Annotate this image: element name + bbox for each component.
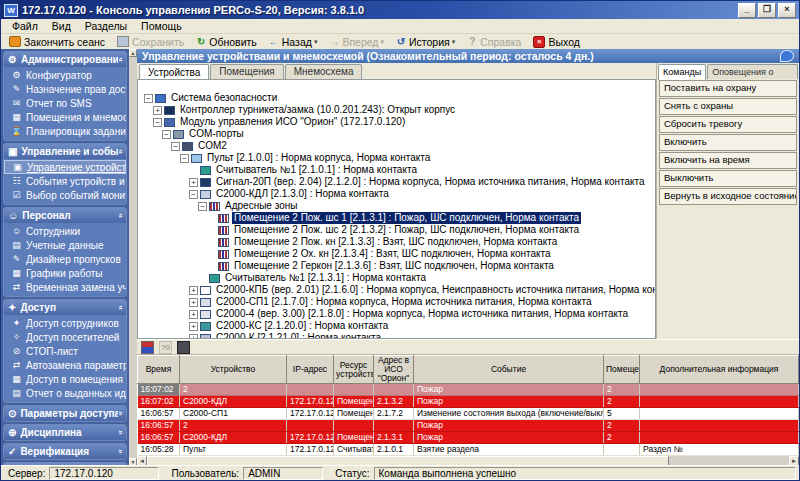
sidebar-item-monitoring-events-selection[interactable]: ☑Выбор событий мониторинга xyxy=(4,188,126,202)
tab-commands[interactable]: Команды xyxy=(658,64,706,80)
menu-view[interactable]: Вид xyxy=(45,20,78,32)
column-header[interactable]: Помещение xyxy=(604,356,640,384)
arm-button[interactable]: Поставить на охрану xyxy=(659,80,797,97)
scroll-up-icon[interactable]: ▲ xyxy=(129,49,137,57)
close-button[interactable]: × xyxy=(778,3,796,18)
expand-icon[interactable]: + xyxy=(189,334,198,340)
chevron-up-icon[interactable]: » xyxy=(115,57,124,61)
turn-on-button[interactable]: Включить xyxy=(659,134,797,151)
event-row[interactable]: 16:05:28Пульт172.17.0.120Считыватель N2.… xyxy=(138,444,799,456)
tree-item[interactable]: −Пульт [2.1.0.0] : Норма корпуса, Норма … xyxy=(138,152,655,164)
section-verification-header[interactable]: ✓Верификация» xyxy=(4,444,126,459)
section-personnel-header[interactable]: ☺Персонал» xyxy=(4,208,126,223)
tree-item[interactable]: Помещение 2 Пож. шс 1 [2.1.3.1] : Пожар,… xyxy=(138,212,655,224)
tree-item[interactable]: −Система безопасности xyxy=(138,92,655,104)
event-row[interactable]: 16:06:572Пожар2 xyxy=(138,420,799,432)
column-header[interactable]: Адрес в ИСО "Орион" xyxy=(374,356,414,384)
column-header[interactable]: Дополнительная информация xyxy=(640,356,799,384)
tree-item[interactable]: +С2000-КС [2.1.20.0] : Норма контакта xyxy=(138,320,655,332)
section-discipline-header[interactable]: ⊕Дисциплина» xyxy=(4,425,126,440)
maximize-button[interactable]: ❐ xyxy=(758,3,776,18)
sidebar-item-device-management[interactable]: ▣Управление устройствами и... xyxy=(4,160,126,174)
menu-help[interactable]: Помощь xyxy=(134,20,189,32)
tab-event-notifications[interactable]: Оповещения о событиях xyxy=(707,64,798,79)
tree-item[interactable]: −Адресные зоны xyxy=(138,200,655,212)
sidebar-item-room-access[interactable]: ▦Доступ в помещения xyxy=(4,372,126,386)
chevron-up-icon[interactable]: » xyxy=(115,213,124,217)
turn-on-timed-button[interactable]: Включить на время xyxy=(659,152,797,169)
collapse-icon[interactable]: − xyxy=(189,190,198,199)
event-row[interactable]: 16:07:02С2000-КДЛ172.17.0.120Помещение 2… xyxy=(138,396,799,408)
event-row[interactable]: 16:07:022Пожар2 xyxy=(138,384,799,396)
exit-button[interactable]: ×Выход xyxy=(527,35,585,49)
tree-item[interactable]: Помещение 2 Пож. кн [2.1.3.3] : Взят, ШС… xyxy=(138,236,655,248)
event-row[interactable]: 16:06:57С2000-КДЛ172.17.0.120Помещение 2… xyxy=(138,432,799,444)
flag-icon[interactable] xyxy=(141,341,154,354)
sidebar-item-badge-designer[interactable]: ✎Дизайнер пропусков xyxy=(4,252,126,266)
tree-item[interactable]: +С2000-КПБ (вер. 2.01) [2.1.6.0] : Норма… xyxy=(138,284,655,296)
reset-alarm-button[interactable]: Сбросить тревогу xyxy=(659,116,797,133)
sidebar-item-task-scheduler[interactable]: ⌛Планировщик заданий xyxy=(4,124,126,138)
tab-rooms[interactable]: Помещения xyxy=(210,64,283,79)
expand-icon[interactable]: + xyxy=(153,106,162,115)
sidebar-item-device-events[interactable]: ☷События устройств и дейст... xyxy=(4,174,126,188)
door-icon[interactable] xyxy=(177,341,190,354)
notification-balloon-icon[interactable] xyxy=(780,50,794,62)
column-header[interactable]: IP-адрес xyxy=(287,356,334,384)
tree-item[interactable]: +С2000-СП1 [2.1.7.0] : Норма корпуса, Но… xyxy=(138,296,655,308)
sidebar-item-account-data[interactable]: ▤Учетные данные xyxy=(4,238,126,252)
chevron-down-icon[interactable]: » xyxy=(115,449,124,453)
chevron-down-icon[interactable]: » xyxy=(115,430,124,434)
sidebar-item-employees[interactable]: ☺Сотрудники xyxy=(4,224,126,238)
collapse-icon[interactable]: − xyxy=(153,118,162,127)
expand-icon[interactable]: + xyxy=(189,310,198,319)
sidebar-scrollbar[interactable]: ▲ ▼ xyxy=(129,49,137,466)
collapse-icon[interactable]: − xyxy=(198,202,207,211)
tab-devices[interactable]: Устройства xyxy=(139,64,209,80)
tree-item[interactable]: +С2000-4 (вер. 3.00) [2.1.8.0] : Норма к… xyxy=(138,308,655,320)
tree-item[interactable]: Помещение 2 Ох. кн [2.1.3.4] : Взят, ШС … xyxy=(138,248,655,260)
event-row[interactable]: 16:06:57С2000-СП1172.17.0.120Помещение 2… xyxy=(138,408,799,420)
expand-icon[interactable]: + xyxy=(189,322,198,331)
sidebar-item-stop-list[interactable]: ⊘СТОП-лист xyxy=(4,344,126,358)
sidebar-item-employee-access[interactable]: ✦Доступ сотрудников xyxy=(4,316,126,330)
expand-icon[interactable]: + xyxy=(189,298,198,307)
collapse-icon[interactable]: − xyxy=(162,130,171,139)
mini-help-icon[interactable]: ?0 xyxy=(159,341,172,354)
sidebar-item-rooms-and-mnemoscheme[interactable]: ▦Помещения и мнемосхема xyxy=(4,110,126,124)
column-header[interactable]: Событие xyxy=(414,356,604,384)
sidebar-item-sms-report[interactable]: ✉Отчет по SMS xyxy=(4,96,126,110)
expand-icon[interactable]: + xyxy=(189,286,198,295)
restore-initial-state-button[interactable]: Вернуть в исходное состояние xyxy=(659,188,797,205)
sidebar-item-access-rights-assignment[interactable]: ✎Назначение прав доступа о... xyxy=(4,82,126,96)
back-button[interactable]: ←Назад▾ xyxy=(263,35,324,49)
collapse-icon[interactable]: − xyxy=(144,94,153,103)
menu-file[interactable]: Файл xyxy=(5,20,45,32)
tree-item[interactable]: −С2000-КДЛ [2.1.3.0] : Норма контакта xyxy=(138,188,655,200)
history-button[interactable]: ↺История▾ xyxy=(390,35,461,49)
tree-item[interactable]: Считыватель №1 [2.1.0.1] : Норма контакт… xyxy=(138,164,655,176)
turn-off-button[interactable]: Выключить xyxy=(659,170,797,187)
sidebar-item-work-schedules[interactable]: ▦Графики работы xyxy=(4,266,126,280)
section-access-parameters-header[interactable]: ⊙Параметры доступа» xyxy=(4,406,126,421)
expand-icon[interactable]: + xyxy=(189,178,198,187)
tree-item[interactable]: Считыватель №1 [2.1.3.1] : Норма контакт… xyxy=(138,272,655,284)
tree-item[interactable]: Помещение 2 Геркон [2.1.3.6] : Взят, ШС … xyxy=(138,260,655,272)
sidebar-item-temporary-account-replacement[interactable]: ⇄Временная замена учетных ... xyxy=(4,280,126,294)
tree-item[interactable]: +Контроллер турникета/замка (10.0.201.24… xyxy=(138,104,655,116)
section-access-header[interactable]: ✦Доступ» xyxy=(4,300,126,315)
tree-item[interactable]: −COM2 xyxy=(138,140,655,152)
chevron-up-icon[interactable]: » xyxy=(115,305,124,309)
minimize-button[interactable]: _ xyxy=(738,3,756,18)
tree-item[interactable]: Помещение 2 Пож. шс 2 [2.1.3.2] : Пожар,… xyxy=(138,224,655,236)
chevron-down-icon[interactable]: » xyxy=(115,411,124,415)
column-header[interactable]: Устройство xyxy=(180,356,287,384)
collapse-icon[interactable]: − xyxy=(180,154,189,163)
section-administration-header[interactable]: ⚙Администрирование» xyxy=(4,52,126,67)
tree-item[interactable]: −Модуль управления ИСО "Орион" (172.17.0… xyxy=(138,116,655,128)
tree-item[interactable]: −COM-порты xyxy=(138,128,655,140)
column-header[interactable]: Время xyxy=(138,356,180,384)
sidebar-item-auto-replace-access-params[interactable]: ⇄Автозамена параметров до... xyxy=(4,358,126,372)
disarm-button[interactable]: Снять с охраны xyxy=(659,98,797,115)
sidebar-item-configurator[interactable]: ⚙Конфигуратор xyxy=(4,68,126,82)
